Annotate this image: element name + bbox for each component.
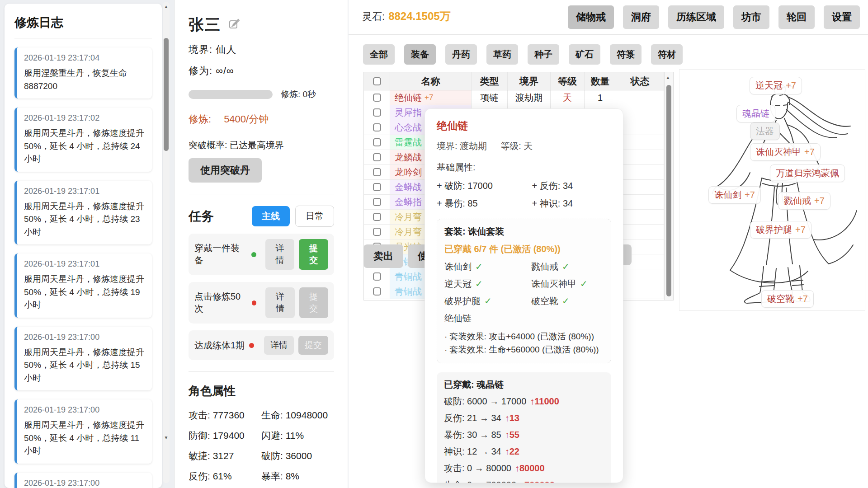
equip-label-戮仙戒[interactable]: 戮仙戒+7	[778, 192, 830, 210]
inventory-row[interactable]: 绝仙链+7项链渡劫期天1	[364, 90, 664, 105]
filter-button-丹药[interactable]: 丹药	[445, 44, 477, 65]
row-checkbox[interactable]	[373, 183, 381, 191]
nav-button-设置[interactable]: 设置	[824, 5, 860, 29]
row-checkbox[interactable]	[373, 198, 381, 206]
log-entry-time: 2026-01-19 23:17:00	[24, 479, 145, 488]
equip-label-text: 破界护腿	[756, 225, 792, 235]
scroll-up-icon[interactable]: ▲	[163, 4, 170, 9]
filter-button-装备[interactable]: 装备	[404, 44, 436, 65]
column-header-类型: 类型	[472, 72, 508, 90]
row-checkbox[interactable]	[373, 108, 381, 117]
task-status-dot	[249, 343, 254, 348]
row-checkbox[interactable]	[373, 168, 381, 176]
tooltip-base-label: 基础属性:	[437, 161, 611, 174]
task-status-dot	[251, 252, 256, 257]
sell-button[interactable]: 卖出	[363, 244, 403, 268]
task-detail-button[interactable]: 详情	[265, 239, 295, 270]
compare-row: 攻击: 0 → 80000↑80000	[444, 462, 604, 474]
task-submit-button[interactable]: 提交	[299, 239, 328, 270]
row-checkbox[interactable]	[373, 94, 381, 102]
scroll-up-icon[interactable]: ▲	[665, 75, 671, 80]
equip-label-破空靴[interactable]: 破空靴+7	[761, 290, 814, 308]
log-entry-time: 2026-01-19 23:17:01	[24, 187, 145, 196]
row-checkbox[interactable]	[373, 287, 381, 296]
log-entry-text: 服用周天星斗丹，修炼速度提升 50%，延长 4 小时，总持续 15 小时	[24, 346, 145, 385]
filter-button-种子[interactable]: 种子	[528, 44, 559, 65]
nav-button-坊市[interactable]: 坊市	[733, 5, 769, 29]
equip-label-诛仙剑[interactable]: 诛仙剑+7	[708, 186, 761, 204]
log-entry: 2026-01-19 23:17:04服用涅槃重生丹，恢复生命 8887200	[14, 47, 152, 99]
main-area: 灵石:8824.1505万 储物戒洞府历练区域坊市轮回设置 全部装备丹药草药种子…	[349, 0, 868, 488]
breakthrough-pill-button[interactable]: 使用突破丹	[189, 158, 262, 183]
equip-label-text: 万道归宗鸿蒙佩	[776, 168, 839, 178]
log-entry: 2026-01-19 23:17:01服用周天星斗丹，修炼速度提升 50%，延长…	[14, 181, 152, 245]
tooltip-stat: + 反伤: 34	[532, 180, 611, 192]
row-checkbox-cell	[364, 105, 390, 120]
log-entry-text: 服用周天星斗丹，修炼速度提升 50%，延长 4 小时，总持续 24 小时	[24, 127, 145, 166]
set-piece-戮仙戒: 戮仙戒✓	[531, 261, 604, 273]
set-piece-name: 诛仙灭神甲	[531, 279, 576, 289]
equip-enhance-level: +7	[797, 294, 808, 304]
row-checkbox-cell	[364, 180, 390, 194]
filter-button-符材[interactable]: 符材	[651, 44, 683, 65]
equip-enhance-level: +7	[804, 147, 815, 157]
log-entry-text: 服用周天星斗丹，修炼速度提升 50%，延长 4 小时，总持续 23 小时	[24, 200, 145, 239]
filter-button-矿石[interactable]: 矿石	[569, 44, 600, 65]
attribute-闪避: 闪避: 11%	[261, 429, 334, 442]
row-checkbox[interactable]	[373, 228, 381, 236]
equip-label-text: 破空靴	[767, 294, 794, 304]
nav-button-轮回[interactable]: 轮回	[778, 5, 815, 29]
task-detail-button[interactable]: 详情	[265, 287, 294, 318]
task-submit-button[interactable]: 提交	[299, 287, 328, 318]
tab-daily-quest[interactable]: 日常	[295, 206, 334, 227]
filter-button-草药[interactable]: 草药	[486, 44, 518, 65]
set-piece-破空靴: 破空靴✓	[531, 295, 604, 307]
nav-button-储物戒[interactable]: 储物戒	[568, 5, 614, 29]
equip-label-text: 戮仙戒	[784, 196, 811, 206]
equip-label-逆天冠[interactable]: 逆天冠+7	[750, 77, 802, 94]
cultivation-progress-bar	[189, 90, 273, 99]
top-nav: 储物戒洞府历练区域坊市轮回设置	[568, 5, 860, 29]
equip-label-诛仙灭神甲[interactable]: 诛仙灭神甲+7	[750, 143, 821, 161]
spirit-stone-label: 灵石:	[362, 11, 385, 22]
nav-button-洞府[interactable]: 洞府	[623, 5, 659, 29]
inventory-scrollbar-thumb[interactable]	[666, 85, 671, 296]
log-panel-title: 修炼日志	[14, 14, 152, 38]
row-checkbox[interactable]	[373, 272, 381, 281]
task-submit-button[interactable]: 提交	[298, 336, 328, 355]
select-all-checkbox[interactable]	[373, 77, 381, 85]
row-checkbox[interactable]	[373, 123, 381, 131]
tab-main-quest[interactable]: 主线	[252, 206, 290, 226]
scroll-down-icon[interactable]: ▼	[163, 435, 170, 440]
compare-stat: 生命: 0 → 700000	[444, 480, 516, 483]
row-checkbox[interactable]	[373, 138, 381, 146]
filter-button-符箓[interactable]: 符箓	[610, 44, 642, 65]
equip-label-法器[interactable]: 法器	[750, 122, 780, 140]
compare-stat: 破防: 6000 → 17000	[444, 396, 526, 406]
filter-button-全部[interactable]: 全部	[363, 44, 395, 65]
equip-label-万道归宗鸿蒙佩[interactable]: 万道归宗鸿蒙佩	[770, 164, 845, 182]
attribute-生命: 生命: 10948000	[261, 409, 334, 422]
tooltip-stat: + 神识: 34	[532, 197, 611, 210]
log-entry-time: 2026-01-19 23:17:01	[24, 259, 145, 269]
row-checkbox-cell	[364, 195, 390, 209]
nav-button-历练区域[interactable]: 历练区域	[668, 5, 724, 29]
equip-label-魂晶链[interactable]: 魂晶链	[736, 105, 775, 122]
compare-delta: ↑22	[505, 446, 519, 456]
inventory-scrollbar[interactable]: ▲	[664, 72, 673, 300]
divider	[349, 34, 868, 35]
row-checkbox[interactable]	[373, 213, 381, 221]
row-checkbox[interactable]	[373, 153, 381, 161]
log-entry: 2026-01-19 23:17:00服用周天星斗丹，修炼速度提升 50%，延长…	[14, 399, 152, 464]
log-entry: 2026-01-19 23:17:00服用周天星斗丹，修炼速度提升	[14, 473, 152, 488]
equip-label-破界护腿[interactable]: 破界护腿+7	[750, 221, 811, 239]
set-effect: · 套装效果: 攻击+64000 (已激活 (80%))	[444, 330, 604, 343]
item-realm: 渡劫期	[508, 90, 551, 105]
log-scrollbar[interactable]: ▲ ▼	[163, 2, 170, 483]
task-detail-button[interactable]: 详情	[264, 336, 294, 355]
edit-name-icon[interactable]	[228, 18, 240, 32]
log-scrollbar-thumb[interactable]	[164, 38, 169, 151]
compare-rows: 破防: 6000 → 17000↑11000反伤: 21 → 34↑13暴伤: …	[444, 395, 604, 483]
check-icon: ✓	[562, 262, 570, 272]
set-piece-name: 戮仙戒	[531, 262, 558, 272]
